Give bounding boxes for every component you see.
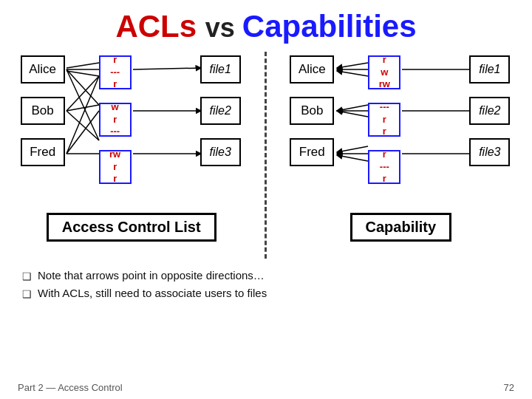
acl-perm-box-1: r --- r [99, 55, 132, 89]
svg-line-20 [337, 105, 368, 111]
note-1: ❑ Note that arrows point in opposite dir… [22, 269, 510, 282]
page-title: ACLs vs Capabilities [0, 0, 532, 44]
acl-user-bob: Bob [21, 97, 65, 125]
svg-line-3 [66, 69, 99, 105]
cap-file1: file1 [469, 55, 510, 83]
svg-line-23 [337, 146, 368, 152]
cap-perm-box-3: r --- r [368, 150, 400, 184]
acl-diagram: Alice Bob Fred r --- r w r --- rw r [17, 52, 246, 259]
svg-line-6 [66, 105, 99, 111]
acl-perm-box-3: rw r r [99, 150, 132, 184]
svg-line-25 [337, 155, 368, 161]
acl-file3: file3 [200, 138, 241, 166]
acl-user-alice: Alice [21, 55, 65, 83]
bullet-2: ❑ [22, 288, 32, 300]
acl-files-column: file1 file2 file3 [200, 55, 241, 166]
cap-file2: file2 [469, 97, 510, 125]
acl-file2: file2 [200, 97, 241, 125]
footer: Part 2 — Access Control 72 [0, 382, 532, 393]
footer-right: 72 [504, 382, 514, 393]
acl-label: Access Control List [47, 213, 216, 242]
svg-line-17 [337, 63, 368, 68]
main-content: Alice Bob Fred r --- r w r --- rw r [0, 52, 532, 259]
acl-users-column: Alice Bob Fred [21, 55, 65, 166]
acl-diagram-inner: Alice Bob Fred r --- r w r --- rw r [21, 52, 242, 207]
cap-user-fred: Fred [290, 138, 334, 166]
svg-line-7 [66, 111, 99, 140]
title-vs: vs [205, 13, 242, 43]
cap-perm-box-2: --- r r [368, 103, 400, 137]
cap-diagram-inner: Alice Bob Fred r w rw --- r r r --- [290, 52, 511, 207]
acl-perm-box-2: w r --- [99, 103, 132, 137]
cap-diagram: Alice Bob Fred r w rw --- r r r --- [286, 52, 515, 259]
separator [265, 52, 267, 259]
cap-user-bob: Bob [290, 97, 334, 125]
bullet-1: ❑ [22, 270, 32, 282]
cap-perm-boxes: r w rw --- r r r --- r [368, 55, 400, 184]
svg-line-4 [66, 69, 99, 140]
cap-users-column: Alice Bob Fred [290, 55, 334, 166]
acl-perm-boxes: r --- r w r --- rw r r [99, 55, 132, 184]
svg-line-5 [66, 76, 99, 111]
cap-perm-box-1: r w rw [368, 55, 400, 89]
note-2: ❑ With ACLs, still need to associate use… [22, 287, 510, 300]
acl-user-fred: Fred [21, 138, 65, 166]
svg-line-2 [66, 71, 99, 76]
cap-label: Capability [350, 213, 452, 242]
title-capabilities: Capabilities [242, 9, 417, 44]
note-1-text: Note that arrows point in opposite direc… [38, 269, 265, 282]
title-acls: ACLs [115, 9, 197, 44]
svg-line-0 [66, 63, 99, 68]
svg-line-22 [337, 111, 368, 117]
footer-left: Part 2 — Access Control [18, 382, 123, 393]
cap-user-alice: Alice [290, 55, 334, 83]
svg-line-8 [66, 76, 99, 154]
svg-line-11 [133, 68, 201, 69]
svg-line-9 [66, 111, 99, 154]
notes-section: ❑ Note that arrows point in opposite dir… [0, 269, 532, 300]
cap-file3: file3 [469, 138, 510, 166]
acl-file1: file1 [200, 55, 241, 83]
cap-files-column: file1 file2 file3 [469, 55, 510, 166]
svg-line-19 [337, 71, 368, 76]
note-2-text: With ACLs, still need to associate users… [38, 287, 267, 299]
